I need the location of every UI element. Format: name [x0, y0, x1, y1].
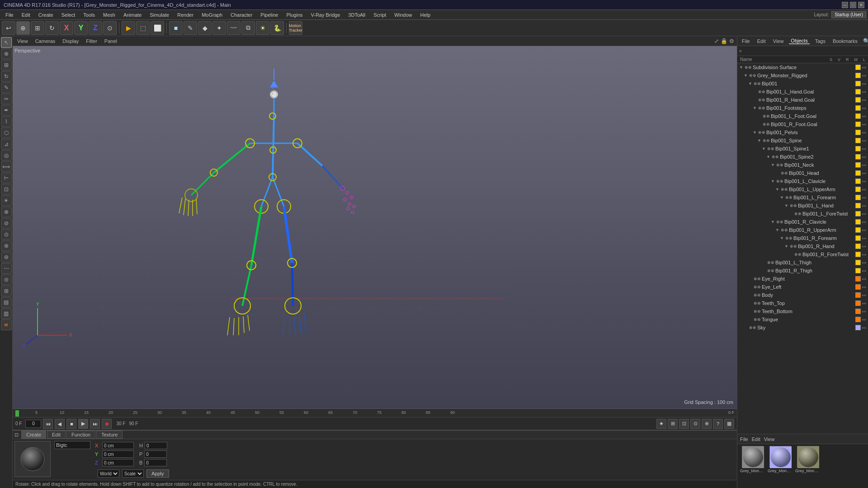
coord-x-input[interactable] [102, 442, 134, 449]
joint-tool[interactable]: ⊗ [1, 206, 12, 217]
menu-edit[interactable]: Edit [18, 11, 34, 19]
menu-create[interactable]: Create [35, 11, 57, 19]
om-tab-tags[interactable]: Tags [813, 38, 827, 44]
tree-item-bip001-r-hand-goal[interactable]: ⊕⊕Bip001_R_Hand.Goal ●● [737, 96, 868, 104]
item-visibility-32[interactable]: ●● [862, 326, 866, 330]
coord-p-input[interactable] [144, 450, 167, 458]
tc-icon5[interactable]: ⊕ [702, 419, 712, 429]
record-btn[interactable]: ⏺ [102, 419, 112, 429]
clothilde-tool[interactable]: ⊙ [1, 229, 12, 240]
expand-icon-15[interactable]: ▼ [775, 187, 781, 192]
item-visibility-14[interactable]: ●● [862, 179, 866, 183]
menu-select[interactable]: Select [58, 11, 79, 19]
start-frame-field[interactable]: 0 F [15, 421, 22, 426]
extra-tool[interactable]: ▥ [1, 308, 12, 319]
item-visibility-17[interactable]: ●● [862, 204, 866, 208]
mat-tab-view[interactable]: View [764, 436, 775, 442]
menu-tools[interactable]: Tools [80, 11, 99, 19]
tree-item-body[interactable]: ⊕⊕Body ●● [737, 291, 868, 299]
menu-character[interactable]: Character [227, 11, 256, 19]
render-active[interactable]: ⬜ [151, 21, 164, 35]
tab-texture[interactable]: Texture [96, 431, 123, 439]
paint-left-tool[interactable]: ✎ [1, 82, 12, 93]
timeline-start-marker[interactable] [15, 410, 19, 417]
tree-item-bip001-r-foot-goal[interactable]: ⊕⊕Bip001_R_Foot.Goal ●● [737, 120, 868, 128]
rotate-left-tool[interactable]: ↻ [1, 71, 12, 82]
play-btn[interactable]: ▶ [78, 419, 88, 429]
knife-tool[interactable]: ✂ [1, 94, 12, 104]
expand-icon-20[interactable]: ▼ [775, 228, 781, 232]
expand-icon-1[interactable]: ▼ [744, 73, 749, 78]
cube-tool[interactable]: ■ [169, 21, 183, 35]
expand-icon-16[interactable]: ▼ [780, 195, 785, 200]
om-tab-view[interactable]: View [771, 38, 786, 44]
item-visibility-18[interactable]: ●● [862, 212, 866, 216]
weight-tool[interactable]: ⊘ [1, 218, 12, 229]
minimize-button[interactable]: ─ [842, 2, 848, 8]
undo-button[interactable]: ↩ [2, 21, 15, 35]
expand-icon-5[interactable]: ▼ [753, 106, 758, 110]
menu-plugins[interactable]: Plugins [283, 11, 306, 19]
go-start-btn[interactable]: ⏮ [43, 419, 53, 429]
expand-icon-0[interactable]: ▼ [739, 65, 745, 70]
current-frame-input[interactable] [25, 420, 41, 428]
scale-tool[interactable]: ⊞ [31, 21, 44, 35]
paint-tool[interactable]: ✎ [184, 21, 197, 35]
item-visibility-23[interactable]: ●● [862, 253, 866, 257]
scale-left-tool[interactable]: ⊞ [1, 60, 12, 70]
item-visibility-11[interactable]: ●● [862, 155, 866, 159]
plugin-left-tool[interactable]: ▤ [1, 297, 12, 308]
mat-tab-file[interactable]: File [740, 436, 748, 442]
tree-item-bip001-l-hand-goal[interactable]: ⊕⊕Bip001_L_Hand.Goal ●● [737, 88, 868, 96]
xpresso-tool[interactable]: ⊜ [1, 252, 12, 263]
menu-pipeline[interactable]: Pipeline [257, 11, 282, 19]
viewport-3d[interactable]: Perspective [13, 46, 737, 408]
tc-icon3[interactable]: ⊡ [679, 419, 689, 429]
item-visibility-27[interactable]: ●● [862, 285, 866, 289]
tree-item-bip001-footsteps[interactable]: ▼⊕⊕Bip001_Footsteps ●● [737, 104, 868, 112]
item-visibility-2[interactable]: ●● [862, 82, 866, 86]
expand-icon-11[interactable]: ▼ [766, 155, 772, 159]
mat-tab-edit[interactable]: Edit [752, 436, 760, 442]
material-item-1[interactable]: Grey_Monster_Rigged_Bones [768, 446, 793, 473]
render-region[interactable]: ⬚ [136, 21, 150, 35]
tab-create[interactable]: Create [21, 431, 46, 439]
item-visibility-21[interactable]: ●● [862, 236, 866, 240]
world-axis[interactable]: ⊙ [103, 21, 117, 35]
y-axis[interactable]: Y [74, 21, 88, 35]
item-visibility-15[interactable]: ●● [862, 188, 866, 192]
viewport-view-menu[interactable]: View [15, 38, 30, 44]
expand-icon-17[interactable]: ▼ [784, 203, 790, 208]
close-button[interactable]: ✕ [858, 2, 864, 8]
tc-icon2[interactable]: ⊞ [668, 419, 678, 429]
item-visibility-12[interactable]: ●● [862, 163, 866, 167]
stop-btn[interactable]: ■ [66, 419, 76, 429]
coord-h-input[interactable] [145, 442, 167, 449]
tree-item-bip001[interactable]: ▼⊕⊕Bip001 ●● [737, 80, 868, 88]
weld-tool[interactable]: ◎ [1, 150, 12, 161]
item-visibility-26[interactable]: ●● [862, 277, 866, 281]
expand-icon-10[interactable]: ▼ [762, 146, 767, 151]
expand-icon-14[interactable]: ▼ [771, 179, 776, 183]
spline-tool[interactable]: 〰 [227, 21, 241, 35]
tree-item-bip001-l-clavicle[interactable]: ▼⊕⊕Bip001_L_Clavicle ●● [737, 177, 868, 185]
tree-item-bip001-r-forearm[interactable]: ▼⊕⊕Bip001_R_Forearm ●● [737, 234, 868, 242]
edge-tool[interactable]: ⌇ [1, 116, 12, 127]
world-select[interactable]: World [98, 469, 119, 478]
magnet-tool[interactable]: ⊿ [1, 139, 12, 150]
tree-item-bip001-r-thigh[interactable]: ⊕⊕Bip001_R_Thigh ●● [737, 267, 868, 275]
item-visibility-29[interactable]: ●● [862, 301, 866, 305]
poly-pen-tool[interactable]: ✒ [1, 105, 12, 116]
tree-item-grey-monster-rigged[interactable]: ▼⊕⊕Grey_Monster_Rigged ●● [737, 71, 868, 80]
item-visibility-16[interactable]: ●● [862, 196, 866, 200]
tree-item-teeth-top[interactable]: ⊕⊕Teeth_Top ●● [737, 299, 868, 307]
om-tab-bookmarks[interactable]: Bookmarks [831, 38, 859, 44]
item-visibility-8[interactable]: ●● [862, 131, 866, 135]
tree-item-bip001-l-upperarm[interactable]: ▼⊕⊕Bip001_L_UpperArm ●● [737, 185, 868, 193]
tree-item-bip001-neck[interactable]: ▼⊕⊕Bip001_Neck ●● [737, 161, 868, 169]
expand-icon-19[interactable]: ▼ [771, 220, 776, 224]
measure-tool[interactable]: ⊢ [1, 173, 12, 183]
item-visibility-3[interactable]: ●● [862, 90, 866, 94]
tree-item-bip001-l-forearm[interactable]: ▼⊕⊕Bip001_L_Forearm ●● [737, 193, 868, 202]
viewport-cameras-menu[interactable]: Cameras [33, 38, 57, 44]
